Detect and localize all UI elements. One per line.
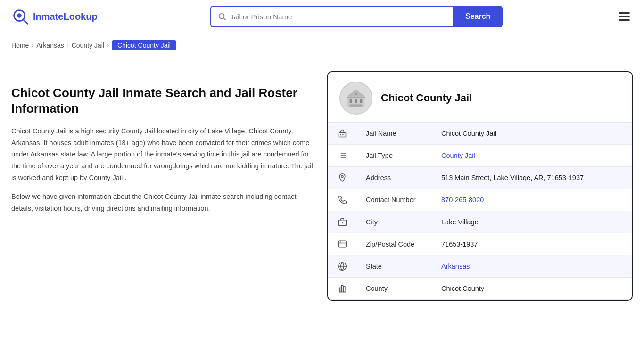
breadcrumb-type[interactable]: County Jail <box>72 41 104 49</box>
svg-point-1 <box>17 13 22 17</box>
svg-point-23 <box>341 175 343 177</box>
list-icon <box>328 145 356 167</box>
table-row: Address513 Main Street, Lake Village, AR… <box>328 167 632 189</box>
svg-point-12 <box>355 93 357 95</box>
hamburger-menu[interactable] <box>616 9 633 24</box>
search-bar: Search <box>210 6 503 27</box>
search-input-wrap <box>210 6 453 27</box>
logo-text: InmateLookup <box>33 11 98 22</box>
table-row: Jail NameChicot County Jail <box>328 123 632 145</box>
field-label: County <box>356 278 432 300</box>
field-label: Jail Type <box>356 145 432 167</box>
phone-icon <box>328 189 356 211</box>
field-label: Jail Name <box>356 123 432 145</box>
table-row: CityLake Village <box>328 211 632 233</box>
table-row: Zip/Postal Code71653-1937 <box>328 233 632 255</box>
field-label: Contact Number <box>356 189 432 211</box>
right-column: Chicot County Jail Jail NameChicot Count… <box>327 66 633 301</box>
search-icon <box>218 12 226 21</box>
breadcrumb-home[interactable]: Home <box>11 41 29 49</box>
page-title: Chicot County Jail Inmate Search and Jai… <box>11 85 313 116</box>
courthouse-icon <box>344 86 368 110</box>
svg-line-4 <box>224 18 226 20</box>
header: InmateLookup Search <box>0 0 644 33</box>
svg-rect-32 <box>339 288 341 292</box>
field-value: 513 Main Street, Lake Village, AR, 71653… <box>432 167 632 189</box>
svg-rect-11 <box>350 104 363 107</box>
location-icon <box>328 167 356 189</box>
field-value: Lake Village <box>432 211 632 233</box>
svg-rect-7 <box>355 99 357 103</box>
info-card: Chicot County Jail Jail NameChicot Count… <box>327 71 633 301</box>
svg-rect-34 <box>344 287 345 292</box>
breadcrumb-sep-1: › <box>32 42 33 49</box>
svg-rect-33 <box>341 285 343 292</box>
table-row: Jail TypeCounty Jail <box>328 145 632 167</box>
county-icon <box>328 278 356 300</box>
table-row: CountyChicot County <box>328 278 632 300</box>
logo-icon <box>11 8 29 25</box>
logo[interactable]: InmateLookup <box>11 8 98 25</box>
field-value: Chicot County Jail <box>432 123 632 145</box>
field-label: City <box>356 211 432 233</box>
zip-icon <box>328 233 356 255</box>
svg-rect-8 <box>360 99 362 103</box>
breadcrumb-sep-3: › <box>107 42 109 49</box>
card-header: Chicot County Jail <box>328 72 632 123</box>
search-input[interactable] <box>230 13 446 21</box>
svg-rect-27 <box>339 241 347 247</box>
breadcrumb: Home › Arkansas › County Jail › Chicot C… <box>0 33 644 57</box>
breadcrumb-state[interactable]: Arkansas <box>36 41 64 49</box>
field-label: Address <box>356 167 432 189</box>
field-value[interactable]: 870-265-8020 <box>432 189 632 211</box>
search-button[interactable]: Search <box>453 6 503 27</box>
field-value: Chicot County <box>432 278 632 300</box>
page-desc-2: Below we have given information about th… <box>11 191 313 214</box>
card-avatar <box>339 82 372 115</box>
field-value: 71653-1937 <box>432 233 632 255</box>
table-row: Contact Number870-265-8020 <box>328 189 632 211</box>
main-content: Chicot County Jail Inmate Search and Jai… <box>0 57 644 320</box>
field-value[interactable]: Arkansas <box>432 255 632 278</box>
page-desc-1: Chicot County Jail is a high security Co… <box>11 125 313 183</box>
city-icon <box>328 211 356 233</box>
field-value[interactable]: County Jail <box>432 145 632 167</box>
left-column: Chicot County Jail Inmate Search and Jai… <box>11 66 313 301</box>
jail-icon <box>328 123 356 145</box>
svg-rect-9 <box>347 97 365 98</box>
field-label: Zip/Postal Code <box>356 233 432 255</box>
info-table: Jail NameChicot County JailJail TypeCoun… <box>328 123 632 300</box>
breadcrumb-sep-2: › <box>67 42 69 49</box>
field-label: State <box>356 255 432 278</box>
table-row: StateArkansas <box>328 255 632 278</box>
state-icon <box>328 255 356 278</box>
card-title: Chicot County Jail <box>381 92 472 104</box>
svg-line-2 <box>24 20 28 24</box>
svg-rect-6 <box>350 99 352 103</box>
breadcrumb-current: Chicot County Jail <box>112 40 176 50</box>
svg-point-3 <box>219 14 224 19</box>
